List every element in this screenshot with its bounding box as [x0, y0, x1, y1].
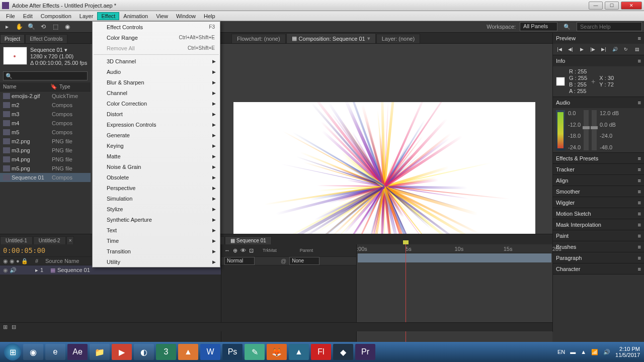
- timeline-tab[interactable]: Untitled-2: [33, 236, 66, 244]
- timeline-tab[interactable]: ▦ Sequence 01: [225, 236, 272, 244]
- panel-menu-icon[interactable]: ≡: [638, 58, 641, 64]
- menu-view[interactable]: View: [152, 12, 172, 20]
- panel-header-brushes[interactable]: Brushes≡: [553, 241, 644, 252]
- tl-tool-icon[interactable]: ⊡: [249, 247, 254, 254]
- last-frame-button[interactable]: ▶|: [599, 45, 608, 53]
- rotate-tool-icon[interactable]: ⟲: [38, 22, 48, 31]
- effect-category-item[interactable]: Stylize▶: [93, 204, 220, 214]
- app-icon[interactable]: ◐: [134, 344, 154, 360]
- app-icon[interactable]: ▲: [289, 344, 309, 360]
- project-item[interactable]: Sequence 01Compos: [0, 173, 91, 182]
- effect-category-item[interactable]: Color Correction▶: [93, 98, 220, 109]
- play-button[interactable]: ▶: [577, 45, 586, 53]
- hand-tool-icon[interactable]: ✋: [14, 22, 24, 31]
- effect-category-item[interactable]: Text▶: [93, 225, 220, 235]
- 3dsmax-icon[interactable]: 3: [156, 344, 176, 360]
- comp-tab[interactable]: Flowchart: (none): [231, 34, 286, 43]
- project-item[interactable]: m5Compos: [0, 128, 91, 137]
- tray-up-icon[interactable]: ▲: [581, 349, 586, 355]
- workspace-select[interactable]: All Panels: [520, 22, 557, 31]
- effect-category-item[interactable]: Channel▶: [93, 87, 220, 98]
- menu-composition[interactable]: Composition: [37, 12, 75, 20]
- audio-slider-right[interactable]: [592, 110, 597, 150]
- project-tab[interactable]: Project: [0, 34, 25, 43]
- tray-date[interactable]: 11/5/2017: [615, 352, 640, 358]
- tray-lang[interactable]: EN: [557, 349, 565, 355]
- menu-help[interactable]: Help: [200, 12, 219, 20]
- menu-effect[interactable]: Effect: [97, 12, 119, 20]
- app-icon[interactable]: ◆: [333, 344, 353, 360]
- project-item[interactable]: emojis-2.gifQuickTime: [0, 92, 91, 101]
- panel-header-paragraph[interactable]: Paragraph≡: [553, 252, 644, 263]
- comp-tab[interactable]: Layer: (none): [376, 34, 420, 43]
- zoom-tool-icon[interactable]: 🔍: [26, 22, 36, 31]
- effect-category-item[interactable]: Matte▶: [93, 151, 220, 161]
- effect-category-item[interactable]: Expression Controls▶: [93, 119, 220, 130]
- parent-pickwhip-icon[interactable]: @: [281, 258, 286, 264]
- effect-category-item[interactable]: Keying▶: [93, 140, 220, 151]
- audio-slider-left[interactable]: [584, 110, 589, 150]
- effect-category-item[interactable]: Perspective▶: [93, 183, 220, 193]
- project-item[interactable]: m3.pngPNG file: [0, 146, 91, 155]
- flash-icon[interactable]: Fl: [311, 344, 331, 360]
- toggle-switches-icon[interactable]: ⊟: [12, 324, 16, 330]
- panel-header-character[interactable]: Character≡: [553, 263, 644, 275]
- effect-category-item[interactable]: Utility▶: [93, 256, 220, 267]
- panel-menu-icon[interactable]: ≡: [638, 35, 641, 41]
- search-help-input[interactable]: [577, 22, 642, 31]
- effect-menu-item[interactable]: Effect ControlsF3: [93, 22, 220, 32]
- project-item[interactable]: m2Compos: [0, 101, 91, 110]
- menu-window[interactable]: Window: [172, 12, 200, 20]
- menu-file[interactable]: File: [2, 12, 19, 20]
- start-button[interactable]: ⊞: [4, 343, 21, 360]
- ram-preview-button[interactable]: ▤: [632, 45, 641, 53]
- effect-category-item[interactable]: Transition▶: [93, 246, 220, 256]
- effect-category-item[interactable]: Noise & Grain▶: [93, 161, 220, 172]
- effect-category-item[interactable]: 3D Channel▶: [93, 56, 220, 66]
- effect-category-item[interactable]: Obsolete▶: [93, 172, 220, 183]
- close-button[interactable]: ✕: [621, 2, 642, 10]
- panel-header-paint[interactable]: Paint≡: [553, 230, 644, 241]
- project-item[interactable]: m4Compos: [0, 119, 91, 128]
- effect-controls-tab[interactable]: Effect Controls: [25, 34, 67, 43]
- firefox-icon[interactable]: 🦊: [267, 344, 287, 360]
- project-item[interactable]: m5.pngPNG file: [0, 164, 91, 173]
- menu-layer[interactable]: Layer: [75, 12, 98, 20]
- panel-header-tracker[interactable]: Tracker≡: [553, 164, 644, 175]
- close-tab-button[interactable]: ×: [66, 236, 74, 244]
- maximize-button[interactable]: ☐: [605, 2, 619, 10]
- camera-tool-icon[interactable]: ⬚: [50, 22, 60, 31]
- panel-header-motion-sketch[interactable]: Motion Sketch≡: [553, 208, 644, 219]
- panel-header-smoother[interactable]: Smoother≡: [553, 186, 644, 197]
- timeline-tab[interactable]: Untitled-1: [0, 236, 33, 244]
- tl-tool-icon[interactable]: ⊕: [233, 247, 237, 254]
- col-name-header[interactable]: Name: [0, 84, 50, 89]
- panel-header-effects-presets[interactable]: Effects & Presets≡: [553, 153, 644, 164]
- prev-frame-button[interactable]: ◀|: [566, 45, 575, 53]
- tray-network-icon[interactable]: 📶: [591, 349, 598, 355]
- toggle-switches-icon[interactable]: ⊞: [3, 324, 8, 330]
- tray-volume-icon[interactable]: 🔊: [603, 349, 610, 355]
- comp-thumbnail[interactable]: [3, 47, 27, 65]
- ie-icon[interactable]: e: [45, 344, 65, 360]
- panel-header-wiggler[interactable]: Wiggler≡: [553, 197, 644, 208]
- menu-animation[interactable]: Animation: [119, 12, 152, 20]
- effect-category-item[interactable]: Synthetic Aperture▶: [93, 214, 220, 225]
- blend-mode-select[interactable]: Normal: [224, 257, 255, 265]
- tl-tool-icon[interactable]: ↔: [224, 247, 230, 253]
- after-effects-icon[interactable]: Ae: [67, 344, 88, 360]
- project-item[interactable]: m2.pngPNG file: [0, 137, 91, 146]
- tray-flag-icon[interactable]: ▬: [570, 349, 576, 355]
- comp-tab[interactable]: ▦Composition: Sequence 01 ▾: [286, 33, 376, 43]
- loop-button[interactable]: ↻: [621, 45, 630, 53]
- minimize-button[interactable]: —: [589, 2, 603, 10]
- first-frame-button[interactable]: |◀: [555, 45, 564, 53]
- vlc-icon[interactable]: ▲: [178, 344, 198, 360]
- effect-category-item[interactable]: Audio▶: [93, 66, 220, 77]
- tray-time[interactable]: 2:10 PM: [615, 346, 640, 352]
- project-item[interactable]: m4.pngPNG file: [0, 155, 91, 164]
- sort-icon[interactable]: 🔖: [50, 83, 57, 90]
- explorer-icon[interactable]: 📁: [90, 344, 110, 360]
- timecode-display[interactable]: 0:00:05:00: [3, 246, 45, 254]
- effect-category-item[interactable]: Time▶: [93, 235, 220, 246]
